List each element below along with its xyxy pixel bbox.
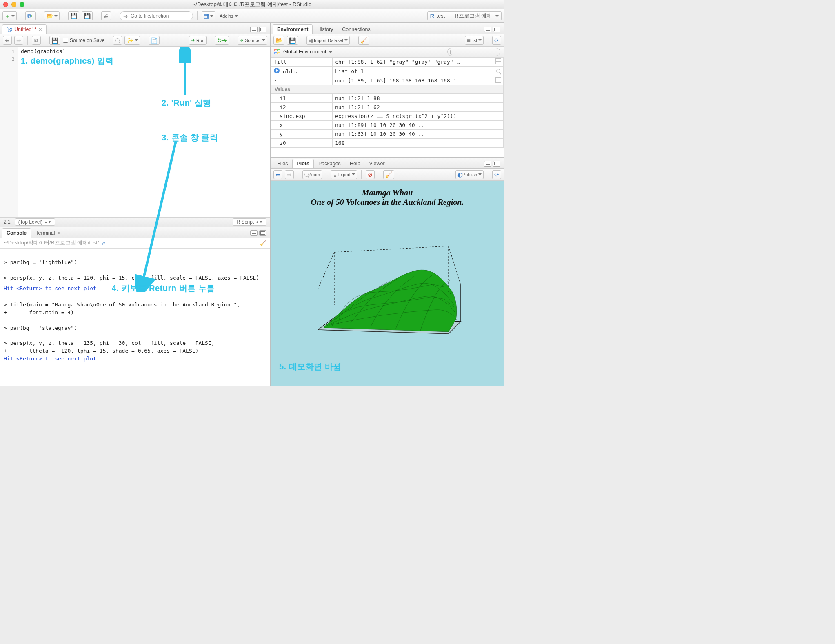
source-tabs: Ⓡ Untitled1* ✕ [0, 23, 270, 34]
print-button[interactable]: 🖨 [101, 11, 111, 20]
search-icon [450, 50, 451, 54]
rerun-button[interactable]: ↻➔ [215, 36, 229, 45]
plot-next-button[interactable]: ➡ [285, 170, 294, 179]
tab-help[interactable]: Help [345, 159, 365, 168]
environment-pane: Environment History Connections 📂 💾 ▦ Im… [271, 23, 504, 158]
tab-history[interactable]: History [313, 24, 338, 34]
wd-go-icon[interactable]: ⇗ [101, 240, 106, 246]
save-workspace-button[interactable]: 💾 [287, 36, 298, 45]
pane-minimize-button[interactable] [250, 27, 258, 32]
env-var-value: num [1:89, 1:63] 168 168 168 168 168 1… [333, 76, 493, 85]
project-menu[interactable]: R test — R프로그램 예제 [427, 11, 502, 20]
env-var-name[interactable]: oldpar [271, 67, 333, 76]
search-icon [304, 173, 309, 177]
language-selector[interactable]: R Script ▲▼ [233, 218, 266, 226]
env-var-name[interactable]: x [271, 121, 333, 130]
view-mode-button[interactable]: ≡ List [465, 36, 484, 45]
annotation-4: 4. 키보드 Return 버튼 누름 [112, 284, 215, 293]
new-file-button[interactable]: ＋ [2, 11, 17, 20]
editor-area[interactable]: 12 demo(graphics) 1. demo(graphics) 입력 2… [0, 47, 270, 217]
save-source-button[interactable]: 💾 [49, 36, 60, 45]
plots-toolbar: ⬅ ➡ Zoom ⤓ Export ⊘ 🧹 ◐ Publish ⟳ [271, 169, 504, 181]
compile-report-button[interactable]: 📄 [149, 36, 160, 45]
tab-plots[interactable]: Plots [292, 159, 314, 168]
clear-plots-button[interactable]: 🧹 [383, 170, 394, 179]
env-var-name[interactable]: z [271, 76, 333, 85]
scope-selector[interactable]: Global Environment [283, 49, 332, 55]
environment-scope-bar: Global Environment [271, 47, 504, 57]
environment-table: fillchr [1:88, 1:62] "gray" "gray" "gray… [271, 57, 504, 157]
inspect-icon[interactable] [496, 69, 500, 73]
nav-forward-button[interactable]: ➡ [14, 36, 23, 45]
close-tab-icon[interactable]: ✕ [38, 27, 42, 32]
env-var-name[interactable]: y [271, 130, 333, 139]
view-data-icon[interactable] [495, 77, 501, 83]
goto-input[interactable] [131, 13, 192, 19]
plots-tabs: Files Plots Packages Help Viewer [271, 158, 504, 169]
env-var-name[interactable]: sinc.exp [271, 112, 333, 121]
env-var-value: chr [1:88, 1:62] "gray" "gray" "gray" … [333, 58, 493, 67]
save-button[interactable]: 💾 [68, 11, 79, 20]
scope-selector[interactable]: (Top Level) ▲▼ [15, 218, 55, 226]
plot-prev-button[interactable]: ⬅ [273, 170, 282, 179]
persp-plot [285, 230, 489, 364]
tab-connections[interactable]: Connections [338, 24, 375, 34]
pane-maximize-button[interactable] [493, 161, 500, 167]
env-var-name[interactable]: fill [271, 58, 333, 67]
source-pane: Ⓡ Untitled1* ✕ ⬅ ➡ ⧉ 💾 Source on Sav [0, 23, 270, 227]
annotation-1: 1. demo(graphics) 입력 [21, 56, 114, 67]
panes-button[interactable]: ▦ [202, 11, 215, 20]
open-file-button[interactable]: 📂 [44, 11, 60, 20]
import-dataset-button[interactable]: ▦ Import Dataset [306, 36, 350, 45]
refresh-plot-button[interactable]: ⟳ [492, 170, 501, 179]
source-button[interactable]: ➔Source [238, 36, 267, 45]
pane-maximize-button[interactable] [493, 27, 500, 32]
refresh-env-button[interactable]: ⟳ [492, 36, 501, 45]
tab-terminal[interactable]: Terminal ✕ [31, 228, 65, 238]
source-on-save-checkbox[interactable]: Source on Save [63, 38, 104, 43]
pane-maximize-button[interactable] [259, 27, 266, 32]
tab-environment[interactable]: Environment [273, 24, 313, 34]
env-var-name[interactable]: z0 [271, 139, 333, 148]
r-file-icon: Ⓡ [7, 27, 12, 32]
export-button[interactable]: ⤓ Export [331, 170, 357, 179]
code-tools-button[interactable]: ✨ [124, 36, 140, 45]
tab-packages[interactable]: Packages [314, 159, 345, 168]
env-search[interactable] [447, 48, 500, 56]
pane-maximize-button[interactable] [259, 230, 266, 236]
clear-console-icon[interactable]: 🧹 [260, 240, 266, 246]
search-icon [115, 38, 120, 42]
source-tab-untitled[interactable]: Ⓡ Untitled1* ✕ [2, 24, 47, 34]
pane-minimize-button[interactable] [250, 230, 258, 236]
addins-menu[interactable]: Addins [218, 11, 240, 20]
clear-objects-button[interactable]: 🧹 [358, 36, 369, 45]
show-in-new-window-button[interactable]: ⧉ [32, 36, 41, 45]
env-var-name[interactable]: i1 [271, 94, 333, 103]
find-button[interactable] [113, 36, 122, 45]
goto-file-function[interactable]: ➔ [120, 11, 193, 20]
close-tab-icon[interactable]: ✕ [57, 231, 61, 236]
tab-files[interactable]: Files [273, 159, 292, 168]
new-project-button[interactable]: ⧉＋ [25, 11, 36, 20]
source-arrow-icon: ➔ [240, 38, 243, 43]
tab-console[interactable]: Console [2, 228, 31, 238]
remove-plot-button[interactable]: ⊘ [366, 170, 375, 179]
env-var-name[interactable]: i2 [271, 103, 333, 112]
env-var-value: num [1:2] 1 88 [333, 94, 504, 103]
expand-icon[interactable] [274, 68, 280, 73]
zoom-button[interactable]: Zoom [302, 170, 322, 179]
view-data-icon[interactable] [495, 58, 501, 64]
left-column: Ⓡ Untitled1* ✕ ⬅ ➡ ⧉ 💾 Source on Sav [0, 23, 271, 386]
project-name: test [437, 13, 445, 19]
tab-viewer[interactable]: Viewer [365, 159, 389, 168]
save-all-button[interactable]: 💾 [82, 11, 93, 20]
nav-back-button[interactable]: ⬅ [3, 36, 12, 45]
pane-minimize-button[interactable] [484, 161, 491, 167]
publish-button[interactable]: ◐ Publish [455, 170, 484, 179]
pane-minimize-button[interactable] [484, 27, 491, 32]
goto-arrow-icon: ➔ [123, 13, 128, 19]
run-button[interactable]: ➔Run [189, 36, 207, 45]
env-var-value: expression(z == Sinc(sqrt(x^2 + y^2))) [333, 112, 504, 121]
chevron-down-icon [495, 15, 499, 17]
load-workspace-button[interactable]: 📂 [273, 36, 284, 45]
